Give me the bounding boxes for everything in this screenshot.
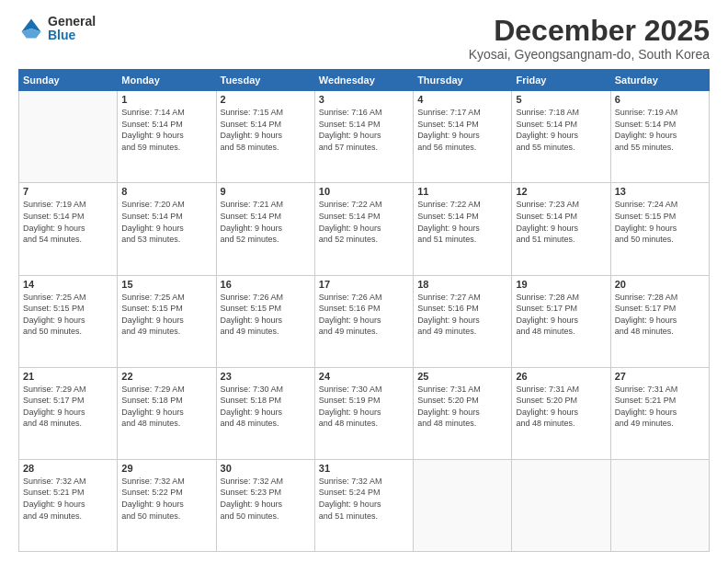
cell-info-line: Sunset: 5:16 PM <box>417 303 507 315</box>
cell-info-line: and 48 minutes. <box>417 418 507 430</box>
cell-info-line: and 49 minutes. <box>23 511 113 523</box>
cell-info-line: Sunrise: 7:29 AM <box>23 384 113 396</box>
cell-info-line: Daylight: 9 hours <box>615 407 705 419</box>
calendar-cell: 5Sunrise: 7:18 AMSunset: 5:14 PMDaylight… <box>512 91 610 183</box>
cell-info-line: Sunset: 5:14 PM <box>319 119 409 131</box>
calendar-cell: 3Sunrise: 7:16 AMSunset: 5:14 PMDaylight… <box>314 91 413 183</box>
calendar-cell: 28Sunrise: 7:32 AMSunset: 5:21 PMDayligh… <box>19 459 118 551</box>
cell-info-line: Sunset: 5:22 PM <box>121 487 211 499</box>
cell-info-line: Sunset: 5:17 PM <box>516 303 606 315</box>
cell-info-line: Daylight: 9 hours <box>121 315 211 327</box>
cell-info-line: and 52 minutes. <box>319 234 409 246</box>
cell-info-line: Daylight: 9 hours <box>516 130 606 142</box>
cell-info-line: Sunset: 5:15 PM <box>221 303 311 315</box>
calendar-week-1: 7Sunrise: 7:19 AMSunset: 5:14 PMDaylight… <box>19 183 710 275</box>
cell-info-line: Sunrise: 7:24 AM <box>615 199 705 211</box>
day-number: 24 <box>319 371 409 382</box>
cell-info-line: Sunset: 5:14 PM <box>417 211 507 223</box>
day-number: 11 <box>417 186 507 197</box>
cell-info-line: Sunset: 5:17 PM <box>615 303 705 315</box>
cell-info-line: Sunrise: 7:25 AM <box>23 292 113 304</box>
day-number: 16 <box>221 279 311 290</box>
cell-info-line: Sunrise: 7:19 AM <box>615 107 705 119</box>
calendar-cell: 15Sunrise: 7:25 AMSunset: 5:15 PMDayligh… <box>118 275 216 367</box>
header-sunday: Sunday <box>19 70 118 91</box>
cell-info-line: Sunrise: 7:30 AM <box>221 384 311 396</box>
calendar-cell: 24Sunrise: 7:30 AMSunset: 5:19 PMDayligh… <box>314 367 413 459</box>
calendar-header: Sunday Monday Tuesday Wednesday Thursday… <box>19 70 710 91</box>
cell-info-line: Daylight: 9 hours <box>319 499 409 511</box>
calendar-cell: 10Sunrise: 7:22 AMSunset: 5:14 PMDayligh… <box>314 183 413 275</box>
cell-info-line: Daylight: 9 hours <box>23 407 113 419</box>
calendar-week-3: 21Sunrise: 7:29 AMSunset: 5:17 PMDayligh… <box>19 367 710 459</box>
cell-info-line: and 49 minutes. <box>417 326 507 338</box>
calendar-cell: 2Sunrise: 7:15 AMSunset: 5:14 PMDaylight… <box>216 91 314 183</box>
cell-info-line: Sunrise: 7:22 AM <box>319 199 409 211</box>
cell-info-line: Sunset: 5:18 PM <box>121 395 211 407</box>
calendar-cell: 29Sunrise: 7:32 AMSunset: 5:22 PMDayligh… <box>118 459 216 551</box>
calendar: Sunday Monday Tuesday Wednesday Thursday… <box>18 69 710 552</box>
cell-info-line: and 55 minutes. <box>615 142 705 154</box>
calendar-cell: 26Sunrise: 7:31 AMSunset: 5:20 PMDayligh… <box>512 367 610 459</box>
cell-info-line: Sunset: 5:18 PM <box>221 395 311 407</box>
calendar-cell: 9Sunrise: 7:21 AMSunset: 5:14 PMDaylight… <box>216 183 314 275</box>
cell-info-line: and 48 minutes. <box>319 418 409 430</box>
cell-info-line: and 48 minutes. <box>23 418 113 430</box>
cell-info-line: and 51 minutes. <box>516 234 606 246</box>
cell-info-line: Daylight: 9 hours <box>319 407 409 419</box>
day-number: 2 <box>221 94 311 105</box>
calendar-cell: 30Sunrise: 7:32 AMSunset: 5:23 PMDayligh… <box>216 459 314 551</box>
cell-info-line: Sunrise: 7:30 AM <box>319 384 409 396</box>
calendar-cell: 19Sunrise: 7:28 AMSunset: 5:17 PMDayligh… <box>512 275 610 367</box>
cell-info-line: Daylight: 9 hours <box>23 315 113 327</box>
logo-icon <box>18 16 44 41</box>
cell-info-line: Sunset: 5:14 PM <box>417 119 507 131</box>
cell-info-line: Daylight: 9 hours <box>221 130 311 142</box>
cell-info-line: Sunset: 5:14 PM <box>221 211 311 223</box>
cell-info-line: and 57 minutes. <box>319 142 409 154</box>
day-number: 12 <box>516 186 606 197</box>
calendar-cell: 6Sunrise: 7:19 AMSunset: 5:14 PMDaylight… <box>610 91 709 183</box>
cell-info-line: Sunrise: 7:22 AM <box>417 199 507 211</box>
calendar-cell: 21Sunrise: 7:29 AMSunset: 5:17 PMDayligh… <box>19 367 118 459</box>
cell-info-line: Daylight: 9 hours <box>516 223 606 235</box>
cell-info-line: and 48 minutes. <box>221 418 311 430</box>
day-number: 27 <box>615 371 705 382</box>
cell-info-line: Sunset: 5:16 PM <box>319 303 409 315</box>
calendar-cell: 7Sunrise: 7:19 AMSunset: 5:14 PMDaylight… <box>19 183 118 275</box>
cell-info-line: Daylight: 9 hours <box>121 499 211 511</box>
cell-info-line: Sunrise: 7:25 AM <box>121 292 211 304</box>
page: General Blue December 2025 Kyosai, Gyeon… <box>0 0 728 563</box>
cell-info-line: and 53 minutes. <box>121 234 211 246</box>
day-number: 19 <box>516 279 606 290</box>
header-monday: Monday <box>118 70 216 91</box>
cell-info-line: Sunset: 5:23 PM <box>221 487 311 499</box>
cell-info-line: Sunrise: 7:32 AM <box>221 476 311 488</box>
calendar-cell <box>610 459 709 551</box>
cell-info-line: Sunset: 5:14 PM <box>23 211 113 223</box>
cell-info-line: Daylight: 9 hours <box>417 315 507 327</box>
cell-info-line: and 50 minutes. <box>615 234 705 246</box>
calendar-table: Sunday Monday Tuesday Wednesday Thursday… <box>18 69 710 552</box>
cell-info-line: and 59 minutes. <box>121 142 211 154</box>
header-tuesday: Tuesday <box>216 70 314 91</box>
logo-blue-text: Blue <box>48 29 96 42</box>
cell-info-line: and 50 minutes. <box>221 511 311 523</box>
day-number: 9 <box>221 186 311 197</box>
header: General Blue December 2025 Kyosai, Gyeon… <box>18 15 710 62</box>
calendar-cell: 11Sunrise: 7:22 AMSunset: 5:14 PMDayligh… <box>414 183 512 275</box>
header-friday: Friday <box>512 70 610 91</box>
cell-info-line: Sunrise: 7:31 AM <box>516 384 606 396</box>
cell-info-line: Sunrise: 7:14 AM <box>121 107 211 119</box>
cell-info-line: Sunset: 5:17 PM <box>23 395 113 407</box>
cell-info-line: and 51 minutes. <box>319 511 409 523</box>
logo-general-text: General <box>48 15 96 29</box>
day-number: 6 <box>615 94 705 105</box>
cell-info-line: Sunrise: 7:18 AM <box>516 107 606 119</box>
day-number: 7 <box>23 186 113 197</box>
cell-info-line: Daylight: 9 hours <box>417 407 507 419</box>
day-number: 8 <box>121 186 211 197</box>
calendar-cell: 25Sunrise: 7:31 AMSunset: 5:20 PMDayligh… <box>414 367 512 459</box>
cell-info-line: and 50 minutes. <box>121 511 211 523</box>
day-number: 30 <box>221 463 311 474</box>
